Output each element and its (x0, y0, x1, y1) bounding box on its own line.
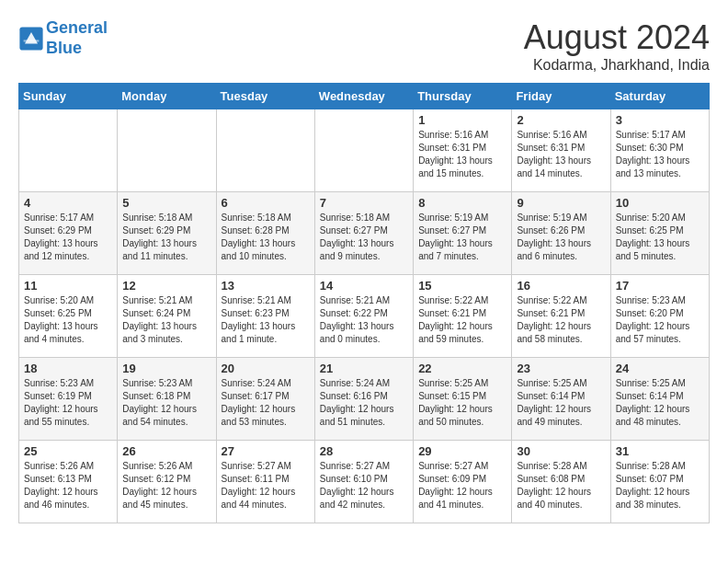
day-number: 2 (517, 113, 605, 127)
day-info: Sunrise: 5:19 AM Sunset: 6:26 PM Dayligh… (517, 212, 605, 263)
day-info: Sunrise: 5:17 AM Sunset: 6:30 PM Dayligh… (616, 129, 704, 180)
page-header: General Blue August 2024 Kodarma, Jharkh… (18, 18, 710, 74)
calendar-cell: 28Sunrise: 5:27 AM Sunset: 6:10 PM Dayli… (314, 441, 413, 523)
day-number: 12 (122, 279, 210, 293)
day-number: 8 (418, 196, 506, 210)
day-number: 6 (222, 196, 310, 210)
svg-rect-2 (24, 40, 40, 41)
month-title: August 2024 (524, 18, 710, 57)
calendar-cell: 24Sunrise: 5:25 AM Sunset: 6:14 PM Dayli… (610, 358, 709, 441)
calendar-cell: 17Sunrise: 5:23 AM Sunset: 6:20 PM Dayli… (610, 275, 709, 358)
header-sunday: Sunday (19, 84, 118, 109)
calendar-cell: 7Sunrise: 5:18 AM Sunset: 6:27 PM Daylig… (314, 192, 413, 275)
calendar-cell: 6Sunrise: 5:18 AM Sunset: 6:28 PM Daylig… (216, 192, 314, 275)
calendar-cell: 1Sunrise: 5:16 AM Sunset: 6:31 PM Daylig… (414, 109, 512, 192)
day-info: Sunrise: 5:23 AM Sunset: 6:19 PM Dayligh… (24, 377, 112, 429)
day-number: 27 (222, 444, 310, 458)
week-row-5: 25Sunrise: 5:26 AM Sunset: 6:13 PM Dayli… (19, 441, 710, 523)
day-number: 15 (418, 279, 506, 293)
day-info: Sunrise: 5:21 AM Sunset: 6:22 PM Dayligh… (320, 294, 408, 346)
calendar-cell: 26Sunrise: 5:26 AM Sunset: 6:12 PM Dayli… (118, 441, 216, 523)
header-saturday: Saturday (610, 84, 709, 109)
day-info: Sunrise: 5:21 AM Sunset: 6:23 PM Dayligh… (222, 294, 310, 346)
calendar-cell: 19Sunrise: 5:23 AM Sunset: 6:18 PM Dayli… (118, 358, 216, 441)
day-number: 18 (24, 362, 112, 375)
calendar-cell: 8Sunrise: 5:19 AM Sunset: 6:27 PM Daylig… (414, 192, 512, 275)
day-info: Sunrise: 5:27 AM Sunset: 6:10 PM Dayligh… (320, 460, 408, 511)
calendar-cell: 12Sunrise: 5:21 AM Sunset: 6:24 PM Dayli… (118, 275, 216, 358)
day-number: 23 (517, 362, 605, 375)
calendar-cell (314, 109, 413, 192)
day-info: Sunrise: 5:23 AM Sunset: 6:20 PM Dayligh… (616, 294, 704, 346)
day-info: Sunrise: 5:18 AM Sunset: 6:28 PM Dayligh… (222, 212, 310, 263)
header-thursday: Thursday (414, 84, 512, 109)
day-number: 28 (320, 444, 408, 458)
logo-blue: Blue (46, 39, 82, 57)
day-info: Sunrise: 5:22 AM Sunset: 6:21 PM Dayligh… (418, 294, 506, 346)
day-info: Sunrise: 5:22 AM Sunset: 6:21 PM Dayligh… (517, 294, 605, 346)
title-area: August 2024 Kodarma, Jharkhand, India (524, 18, 710, 74)
day-number: 7 (320, 196, 408, 210)
day-number: 30 (517, 444, 605, 458)
calendar-cell: 16Sunrise: 5:22 AM Sunset: 6:21 PM Dayli… (512, 275, 610, 358)
day-info: Sunrise: 5:20 AM Sunset: 6:25 PM Dayligh… (616, 212, 704, 263)
day-info: Sunrise: 5:19 AM Sunset: 6:27 PM Dayligh… (418, 212, 506, 263)
header-monday: Monday (118, 84, 216, 109)
day-info: Sunrise: 5:16 AM Sunset: 6:31 PM Dayligh… (418, 129, 506, 180)
calendar-table: SundayMondayTuesdayWednesdayThursdayFrid… (18, 83, 710, 523)
calendar-header: SundayMondayTuesdayWednesdayThursdayFrid… (19, 84, 710, 109)
day-info: Sunrise: 5:23 AM Sunset: 6:18 PM Dayligh… (122, 377, 210, 429)
header-row: SundayMondayTuesdayWednesdayThursdayFrid… (19, 84, 710, 109)
day-number: 19 (122, 362, 210, 375)
week-row-2: 4Sunrise: 5:17 AM Sunset: 6:29 PM Daylig… (19, 192, 710, 275)
day-number: 5 (122, 196, 210, 210)
day-number: 29 (418, 444, 506, 458)
logo-text: General Blue (46, 18, 108, 58)
day-info: Sunrise: 5:17 AM Sunset: 6:29 PM Dayligh… (24, 212, 112, 263)
day-info: Sunrise: 5:28 AM Sunset: 6:07 PM Dayligh… (616, 460, 704, 511)
calendar-cell (118, 109, 216, 192)
header-friday: Friday (512, 84, 610, 109)
calendar-cell: 10Sunrise: 5:20 AM Sunset: 6:25 PM Dayli… (610, 192, 709, 275)
day-number: 4 (24, 196, 112, 210)
calendar-cell: 2Sunrise: 5:16 AM Sunset: 6:31 PM Daylig… (512, 109, 610, 192)
day-info: Sunrise: 5:26 AM Sunset: 6:13 PM Dayligh… (24, 460, 112, 511)
week-row-1: 1Sunrise: 5:16 AM Sunset: 6:31 PM Daylig… (19, 109, 710, 192)
calendar-cell: 9Sunrise: 5:19 AM Sunset: 6:26 PM Daylig… (512, 192, 610, 275)
day-number: 11 (24, 279, 112, 293)
header-wednesday: Wednesday (314, 84, 413, 109)
calendar-cell: 3Sunrise: 5:17 AM Sunset: 6:30 PM Daylig… (610, 109, 709, 192)
day-number: 21 (320, 362, 408, 375)
day-number: 24 (616, 362, 704, 375)
calendar-cell: 21Sunrise: 5:24 AM Sunset: 6:16 PM Dayli… (314, 358, 413, 441)
day-info: Sunrise: 5:25 AM Sunset: 6:15 PM Dayligh… (418, 377, 506, 429)
day-number: 16 (517, 279, 605, 293)
day-info: Sunrise: 5:27 AM Sunset: 6:09 PM Dayligh… (418, 460, 506, 511)
day-number: 22 (418, 362, 506, 375)
calendar-cell: 18Sunrise: 5:23 AM Sunset: 6:19 PM Dayli… (19, 358, 118, 441)
calendar-cell (19, 109, 118, 192)
calendar-cell: 29Sunrise: 5:27 AM Sunset: 6:09 PM Dayli… (414, 441, 512, 523)
calendar-cell: 13Sunrise: 5:21 AM Sunset: 6:23 PM Dayli… (216, 275, 314, 358)
day-info: Sunrise: 5:25 AM Sunset: 6:14 PM Dayligh… (616, 377, 704, 429)
day-number: 10 (616, 196, 704, 210)
calendar-cell: 25Sunrise: 5:26 AM Sunset: 6:13 PM Dayli… (19, 441, 118, 523)
day-number: 25 (24, 444, 112, 458)
calendar-body: 1Sunrise: 5:16 AM Sunset: 6:31 PM Daylig… (19, 109, 710, 523)
calendar-cell: 22Sunrise: 5:25 AM Sunset: 6:15 PM Dayli… (414, 358, 512, 441)
day-info: Sunrise: 5:24 AM Sunset: 6:16 PM Dayligh… (320, 377, 408, 429)
day-number: 14 (320, 279, 408, 293)
calendar-cell: 31Sunrise: 5:28 AM Sunset: 6:07 PM Dayli… (610, 441, 709, 523)
week-row-4: 18Sunrise: 5:23 AM Sunset: 6:19 PM Dayli… (19, 358, 710, 441)
logo-general: General (46, 18, 108, 37)
day-info: Sunrise: 5:18 AM Sunset: 6:27 PM Dayligh… (320, 212, 408, 263)
calendar-cell: 27Sunrise: 5:27 AM Sunset: 6:11 PM Dayli… (216, 441, 314, 523)
week-row-3: 11Sunrise: 5:20 AM Sunset: 6:25 PM Dayli… (19, 275, 710, 358)
day-info: Sunrise: 5:28 AM Sunset: 6:08 PM Dayligh… (517, 460, 605, 511)
day-info: Sunrise: 5:26 AM Sunset: 6:12 PM Dayligh… (122, 460, 210, 511)
day-info: Sunrise: 5:25 AM Sunset: 6:14 PM Dayligh… (517, 377, 605, 429)
day-number: 13 (222, 279, 310, 293)
day-number: 9 (517, 196, 605, 210)
calendar-cell: 14Sunrise: 5:21 AM Sunset: 6:22 PM Dayli… (314, 275, 413, 358)
calendar-cell: 5Sunrise: 5:18 AM Sunset: 6:29 PM Daylig… (118, 192, 216, 275)
